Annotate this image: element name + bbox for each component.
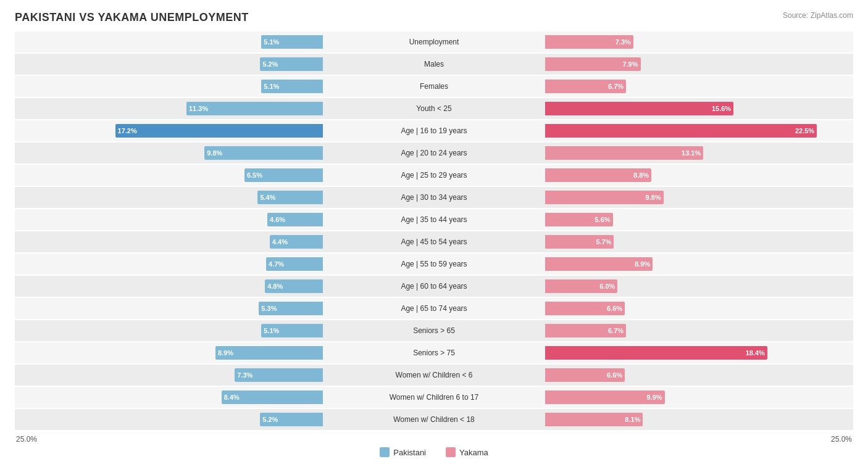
bar-inner: 11.3% Youth < 25 15.6% bbox=[15, 98, 853, 119]
right-val-inside: 8.8% bbox=[633, 172, 649, 179]
bar-row: 9.8% Age | 20 to 24 years 13.1% bbox=[15, 143, 853, 163]
bar-inner: 4.6% Age | 35 to 44 years 5.6% bbox=[15, 209, 853, 230]
left-val-inside: 5.4% bbox=[260, 194, 275, 201]
left-val-inside: 8.4% bbox=[224, 394, 240, 401]
bar-pink: 8.8% bbox=[545, 168, 651, 182]
bar-inner: 4.8% Age | 60 to 64 years 6.0% bbox=[15, 276, 853, 297]
left-val-inside: 5.1% bbox=[264, 327, 279, 334]
bar-inner: 5.2% Women w/ Children < 18 8.1% bbox=[15, 409, 853, 430]
x-axis-left: 25.0% bbox=[16, 435, 37, 444]
left-side: 4.7% bbox=[15, 254, 434, 275]
bar-row: 6.5% Age | 25 to 29 years 8.8% bbox=[15, 165, 853, 186]
chart-header: PAKISTANI VS YAKAMA UNEMPLOYMENT Source:… bbox=[15, 11, 853, 24]
bar-row: 5.3% Age | 65 to 74 years 6.6% bbox=[15, 298, 853, 319]
bar-inner: 9.8% Age | 20 to 24 years 13.1% bbox=[15, 143, 853, 163]
bar-inner: 5.1% Females 6.7% bbox=[15, 76, 853, 97]
left-side: 17.2% bbox=[15, 120, 434, 141]
left-val-inside: 4.4% bbox=[272, 238, 288, 246]
left-side: 8.4% bbox=[15, 387, 434, 408]
right-side: 8.9% bbox=[434, 254, 853, 275]
bar-blue: 5.4% bbox=[257, 191, 323, 204]
bar-pink: 9.8% bbox=[545, 191, 664, 204]
bar-row: 7.3% Women w/ Children < 6 6.6% bbox=[15, 365, 853, 386]
right-val-inside: 6.7% bbox=[608, 327, 624, 334]
right-val-inside: 7.3% bbox=[616, 38, 631, 46]
right-val-inside: 5.7% bbox=[596, 238, 611, 246]
bar-inner: 8.4% Women w/ Children 6 to 17 9.9% bbox=[15, 387, 853, 408]
left-val-inside: 11.3% bbox=[189, 105, 208, 112]
left-side: 5.4% bbox=[15, 187, 434, 208]
left-side: 7.3% bbox=[15, 365, 434, 386]
left-side: 9.8% bbox=[15, 143, 434, 163]
left-side: 5.2% bbox=[15, 54, 434, 75]
bar-inner: 5.3% Age | 65 to 74 years 6.6% bbox=[15, 298, 853, 319]
bar-row: 5.1% Seniors > 65 6.7% bbox=[15, 320, 853, 341]
bar-row: 8.9% Seniors > 75 18.4% bbox=[15, 342, 853, 363]
bar-blue: 9.8% bbox=[204, 146, 323, 160]
right-val-inside: 18.4% bbox=[746, 349, 765, 357]
left-side: 8.9% bbox=[15, 342, 434, 363]
bar-inner: 8.9% Seniors > 75 18.4% bbox=[15, 342, 853, 363]
bar-row: 5.2% Males 7.9% bbox=[15, 54, 853, 75]
left-val-inside: 5.2% bbox=[262, 416, 278, 423]
right-side: 7.9% bbox=[434, 54, 853, 75]
bar-row: 8.4% Women w/ Children 6 to 17 9.9% bbox=[15, 387, 853, 408]
left-val-inside: 17.2% bbox=[118, 127, 137, 134]
right-side: 6.6% bbox=[434, 365, 853, 386]
left-val-inside: 5.1% bbox=[264, 83, 279, 90]
bar-row: 4.6% Age | 35 to 44 years 5.6% bbox=[15, 209, 853, 230]
chart-title: PAKISTANI VS YAKAMA UNEMPLOYMENT bbox=[15, 11, 249, 24]
right-val-inside: 7.9% bbox=[622, 60, 638, 68]
bar-blue: 11.3% bbox=[186, 102, 323, 115]
left-side: 6.5% bbox=[15, 165, 434, 186]
right-side: 15.6% bbox=[434, 98, 853, 119]
right-side: 6.0% bbox=[434, 276, 853, 297]
chart-source: Source: ZipAtlas.com bbox=[783, 11, 853, 20]
bar-pink: 6.0% bbox=[545, 279, 617, 293]
left-side: 4.4% bbox=[15, 231, 434, 252]
x-axis: 25.0% 25.0% bbox=[15, 435, 853, 444]
right-side: 5.7% bbox=[434, 231, 853, 252]
left-side: 4.8% bbox=[15, 276, 434, 297]
bar-row: 5.4% Age | 30 to 34 years 9.8% bbox=[15, 187, 853, 208]
bar-blue: 5.2% bbox=[260, 57, 323, 71]
bar-pink: 6.6% bbox=[545, 302, 625, 315]
bar-blue: 6.5% bbox=[244, 168, 323, 182]
legend-yakama: Yakama bbox=[446, 447, 488, 457]
right-side: 13.1% bbox=[434, 143, 853, 163]
bar-pink: 5.6% bbox=[545, 213, 613, 226]
left-val-inside: 7.3% bbox=[237, 371, 252, 379]
right-val-inside: 5.6% bbox=[595, 216, 610, 223]
left-side: 5.1% bbox=[15, 320, 434, 341]
right-side: 8.1% bbox=[434, 409, 853, 430]
bar-pink: 18.4% bbox=[545, 346, 767, 360]
right-val-inside: 9.9% bbox=[647, 394, 662, 401]
bar-inner: 4.7% Age | 55 to 59 years 8.9% bbox=[15, 254, 853, 275]
bar-blue: 8.4% bbox=[222, 391, 323, 404]
left-val-inside: 4.7% bbox=[269, 260, 284, 268]
left-side: 4.6% bbox=[15, 209, 434, 230]
right-side: 6.7% bbox=[434, 320, 853, 341]
right-val-inside: 15.6% bbox=[712, 105, 731, 112]
chart-container: PAKISTANI VS YAKAMA UNEMPLOYMENT Source:… bbox=[0, 0, 868, 467]
left-val-inside: 8.9% bbox=[218, 349, 233, 357]
right-side: 9.9% bbox=[434, 387, 853, 408]
bar-blue: 5.1% bbox=[261, 80, 323, 93]
bar-pink: 6.7% bbox=[545, 80, 626, 93]
bar-pink: 22.5% bbox=[545, 124, 817, 138]
bar-row: 4.8% Age | 60 to 64 years 6.0% bbox=[15, 276, 853, 297]
left-side: 5.3% bbox=[15, 298, 434, 319]
bar-blue: 5.1% bbox=[261, 35, 323, 49]
right-val-inside: 6.6% bbox=[607, 371, 622, 379]
right-side: 9.8% bbox=[434, 187, 853, 208]
bar-inner: 5.1% Seniors > 65 6.7% bbox=[15, 320, 853, 341]
bar-blue: 5.2% bbox=[260, 413, 323, 426]
bar-pink: 9.9% bbox=[545, 391, 665, 404]
right-side: 8.8% bbox=[434, 165, 853, 186]
bar-inner: 5.4% Age | 30 to 34 years 9.8% bbox=[15, 187, 853, 208]
bar-row: 4.4% Age | 45 to 54 years 5.7% bbox=[15, 231, 853, 252]
bar-pink: 13.1% bbox=[545, 146, 703, 160]
bar-inner: 5.2% Males 7.9% bbox=[15, 54, 853, 75]
bar-inner: 7.3% Women w/ Children < 6 6.6% bbox=[15, 365, 853, 386]
left-val-inside: 5.2% bbox=[262, 60, 278, 68]
